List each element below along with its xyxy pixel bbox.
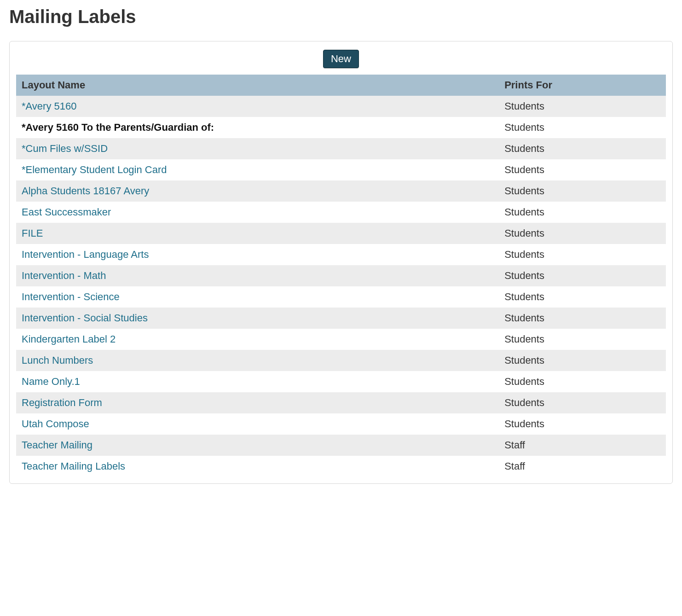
table-row: Utah ComposeStudents — [16, 413, 666, 435]
layout-name-cell: *Avery 5160 — [16, 96, 499, 117]
layout-name-cell: Intervention - Science — [16, 286, 499, 308]
prints-for-cell: Students — [499, 371, 666, 392]
table-row: Teacher MailingStaff — [16, 435, 666, 456]
layout-name-link[interactable]: Lunch Numbers — [22, 354, 93, 366]
layout-name-cell: Alpha Students 18167 Avery — [16, 180, 499, 202]
layout-name-cell: Kindergarten Label 2 — [16, 329, 499, 350]
layout-name-cell: Intervention - Language Arts — [16, 244, 499, 265]
layout-name-cell: Lunch Numbers — [16, 350, 499, 371]
prints-for-cell: Students — [499, 138, 666, 159]
layouts-table: Layout Name Prints For *Avery 5160Studen… — [16, 75, 666, 477]
prints-for-cell: Students — [499, 223, 666, 244]
table-row: *Cum Files w/SSIDStudents — [16, 138, 666, 159]
prints-for-cell: Students — [499, 180, 666, 202]
table-row: East SuccessmakerStudents — [16, 202, 666, 223]
layout-name-selected: *Avery 5160 To the Parents/Guardian of: — [22, 122, 214, 133]
layout-name-link[interactable]: Teacher Mailing — [22, 439, 92, 451]
layout-name-cell: Teacher Mailing Labels — [16, 456, 499, 477]
prints-for-cell: Students — [499, 244, 666, 265]
layout-name-link[interactable]: Utah Compose — [22, 418, 89, 430]
layout-name-cell: Registration Form — [16, 392, 499, 413]
layout-name-link[interactable]: Teacher Mailing Labels — [22, 460, 125, 472]
layout-name-link[interactable]: Intervention - Math — [22, 270, 106, 281]
layout-name-cell: East Successmaker — [16, 202, 499, 223]
table-row: *Avery 5160 To the Parents/Guardian of:S… — [16, 117, 666, 138]
layout-name-link[interactable]: Kindergarten Label 2 — [22, 333, 116, 345]
main-panel: New Layout Name Prints For *Avery 5160St… — [9, 41, 673, 484]
prints-for-cell: Staff — [499, 435, 666, 456]
table-row: Registration FormStudents — [16, 392, 666, 413]
col-header-layout-name: Layout Name — [16, 75, 499, 96]
layout-name-cell: Intervention - Math — [16, 265, 499, 286]
layout-name-link[interactable]: Registration Form — [22, 397, 102, 408]
table-row: *Avery 5160Students — [16, 96, 666, 117]
table-row: Intervention - MathStudents — [16, 265, 666, 286]
layout-name-cell: Intervention - Social Studies — [16, 308, 499, 329]
layout-name-link[interactable]: Intervention - Social Studies — [22, 312, 148, 324]
table-row: Intervention - ScienceStudents — [16, 286, 666, 308]
table-row: Name Only.1Students — [16, 371, 666, 392]
new-button[interactable]: New — [323, 50, 359, 68]
toolbar: New — [16, 50, 666, 68]
prints-for-cell: Students — [499, 117, 666, 138]
layout-name-cell: *Cum Files w/SSID — [16, 138, 499, 159]
layout-name-cell: FILE — [16, 223, 499, 244]
table-header-row: Layout Name Prints For — [16, 75, 666, 96]
col-header-prints-for: Prints For — [499, 75, 666, 96]
prints-for-cell: Students — [499, 286, 666, 308]
table-row: Teacher Mailing LabelsStaff — [16, 456, 666, 477]
prints-for-cell: Students — [499, 265, 666, 286]
table-row: Alpha Students 18167 AveryStudents — [16, 180, 666, 202]
table-row: Intervention - Language ArtsStudents — [16, 244, 666, 265]
table-row: *Elementary Student Login CardStudents — [16, 159, 666, 180]
layout-name-cell: Utah Compose — [16, 413, 499, 435]
prints-for-cell: Students — [499, 350, 666, 371]
table-row: FILEStudents — [16, 223, 666, 244]
layout-name-cell: *Elementary Student Login Card — [16, 159, 499, 180]
layout-name-cell: *Avery 5160 To the Parents/Guardian of: — [16, 117, 499, 138]
table-row: Intervention - Social StudiesStudents — [16, 308, 666, 329]
layout-name-link[interactable]: *Elementary Student Login Card — [22, 164, 167, 175]
layout-name-cell: Name Only.1 — [16, 371, 499, 392]
prints-for-cell: Students — [499, 159, 666, 180]
prints-for-cell: Students — [499, 392, 666, 413]
prints-for-cell: Students — [499, 329, 666, 350]
prints-for-cell: Students — [499, 413, 666, 435]
prints-for-cell: Students — [499, 308, 666, 329]
layout-name-link[interactable]: Alpha Students 18167 Avery — [22, 185, 149, 197]
layout-name-link[interactable]: *Avery 5160 — [22, 100, 76, 112]
prints-for-cell: Students — [499, 202, 666, 223]
layout-name-cell: Teacher Mailing — [16, 435, 499, 456]
page-title: Mailing Labels — [9, 6, 673, 27]
layout-name-link[interactable]: Intervention - Language Arts — [22, 249, 149, 260]
layout-name-link[interactable]: Intervention - Science — [22, 291, 120, 302]
layout-name-link[interactable]: FILE — [22, 227, 43, 239]
prints-for-cell: Staff — [499, 456, 666, 477]
table-row: Kindergarten Label 2Students — [16, 329, 666, 350]
prints-for-cell: Students — [499, 96, 666, 117]
layout-name-link[interactable]: Name Only.1 — [22, 376, 80, 387]
table-row: Lunch NumbersStudents — [16, 350, 666, 371]
layout-name-link[interactable]: *Cum Files w/SSID — [22, 143, 108, 154]
layout-name-link[interactable]: East Successmaker — [22, 206, 111, 218]
